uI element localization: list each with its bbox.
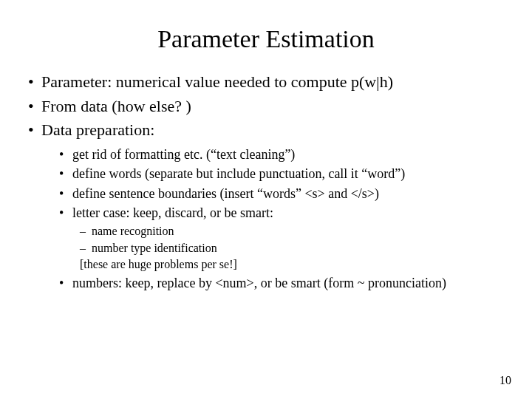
bullet-item: Parameter: numerical value needed to com… [41,71,507,93]
bullet-item: From data (how else? ) [41,95,507,117]
sub-item-text: letter case: keep, discard, or be smart: [72,205,273,220]
sub-item: define sentence boundaries (insert “word… [72,185,507,202]
sub-list: get rid of formatting etc. (“text cleani… [41,146,507,292]
subsub-note: [these are huge problems per se!] [80,256,507,273]
bullet-item: Data preparation: get rid of formatting … [41,119,507,292]
subsub-item: number type identification [92,240,507,256]
sub-item: define words (separate but include punct… [72,165,507,183]
subsub-list: name recognition number type identificat… [72,223,507,273]
sub-item: get rid of formatting etc. (“text cleani… [72,146,507,163]
sub-item: letter case: keep, discard, or be smart:… [72,204,507,273]
bullet-text: Data preparation: [41,120,154,139]
page-number: 10 [499,374,511,387]
sub-item: numbers: keep, replace by <num>, or be s… [72,274,507,292]
slide: Parameter Estimation Parameter: numerica… [0,0,532,399]
subsub-item: name recognition [92,223,507,239]
page-title: Parameter Estimation [25,25,507,53]
bullet-list: Parameter: numerical value needed to com… [25,71,507,292]
